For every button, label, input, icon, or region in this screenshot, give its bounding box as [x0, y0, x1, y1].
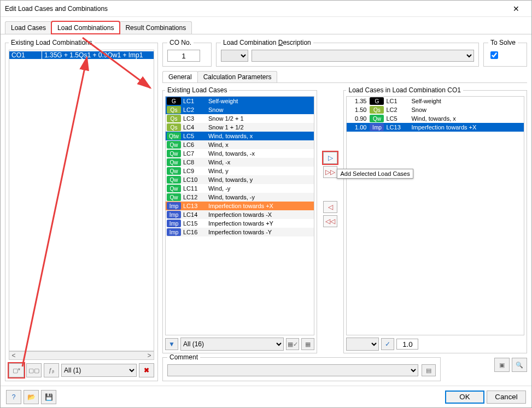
table-row[interactable]: QwLC7Wind, towards, -x — [166, 149, 314, 158]
scroll-right-icon[interactable]: > — [145, 352, 154, 359]
lc-desc: Imperfection towards +X — [206, 203, 314, 209]
tab-result-combinations[interactable]: Result Combinations — [119, 21, 192, 34]
lc-tag: Qw — [167, 185, 181, 192]
table-row[interactable]: QwLC6Wind, x — [166, 140, 314, 149]
table-row[interactable]: QwLC12Wind, towards, -y — [166, 193, 314, 202]
h-scrollbar[interactable]: < > — [9, 351, 154, 360]
table-row[interactable]: QsLC2Snow — [166, 105, 314, 114]
table-row[interactable]: ImpLC15Imperfection towards +Y — [166, 219, 314, 228]
table-row[interactable]: QtwLC5Wind, towards, x — [166, 132, 314, 140]
in-combo-label: Load Cases in Load Combination CO1 — [346, 86, 463, 94]
formula-button[interactable]: ƒᵦ — [44, 363, 59, 377]
list-item[interactable]: CO1 1.35G + 1.5Qs1 + 0.9Qw1 + Imp1 — [9, 50, 154, 60]
help-button[interactable]: ? — [6, 390, 21, 404]
table-row[interactable]: QwLC9Wind, y — [166, 167, 314, 175]
add-selected-button[interactable]: ▷ — [323, 152, 337, 164]
check-all-btn[interactable]: ▦✓ — [286, 338, 299, 350]
lc-tag: Qw — [167, 141, 181, 149]
gear-box-icon: ▣ — [499, 362, 505, 369]
tab-load-combinations[interactable]: Load Combinations — [51, 21, 120, 34]
lc-id: LC13 — [385, 124, 409, 131]
table-row[interactable]: ImpLC16Imperfection towards -Y — [166, 228, 314, 236]
comment-library-btn[interactable]: ▤ — [422, 364, 436, 376]
lc-desc: Wind, x — [206, 141, 314, 148]
in-combo-list[interactable]: 1.35GLC1Self-weight1.50QsLC2Snow0.90QwLC… — [346, 96, 524, 335]
lc-filter-select[interactable]: All (16) — [180, 338, 284, 351]
lc-desc: Snow — [206, 107, 314, 113]
lc-desc: Snow — [409, 107, 524, 113]
table-row[interactable]: 1.00ImpLC13Imperfection towards +X — [347, 123, 524, 132]
save-button[interactable]: 💾 — [41, 390, 56, 404]
apply-factor-btn[interactable]: ✓ — [381, 338, 394, 350]
lc-id: LC7 — [182, 150, 206, 157]
filter-btn[interactable]: ▼ — [165, 338, 178, 350]
lc-id: LC11 — [182, 185, 206, 192]
new-combo-button[interactable]: ▢* — [9, 363, 24, 377]
combo-filter-select[interactable]: All (1) — [61, 364, 137, 377]
delete-icon: ✖ — [144, 366, 149, 374]
table-row[interactable]: 1.50QsLC2Snow — [347, 105, 524, 114]
factor-input[interactable] — [396, 339, 418, 350]
table-row[interactable]: ImpLC14Imperfection towards -X — [166, 210, 314, 219]
lc-tag: Qs — [370, 106, 384, 114]
lc-id: LC3 — [182, 115, 206, 122]
settings-btn[interactable]: ▣ — [494, 358, 510, 372]
table-row[interactable]: QwLC11Wind, -y — [166, 184, 314, 193]
tab-general[interactable]: General — [162, 71, 198, 82]
lc-desc: Self-weight — [206, 98, 314, 104]
remove-all-button[interactable]: ◁◁ — [323, 215, 337, 227]
add-all-button[interactable]: ▷▷ — [323, 166, 337, 178]
table-row[interactable]: 1.35GLC1Self-weight — [347, 97, 524, 105]
in-combo-option-select[interactable] — [346, 338, 379, 351]
table-row[interactable]: GLC1Self-weight — [166, 97, 314, 105]
lc-id: LC15 — [182, 220, 206, 227]
lc-desc: Wind, -x — [206, 159, 314, 165]
copy-combo-button[interactable]: ▢▢ — [26, 363, 42, 377]
to-solve-checkbox[interactable] — [490, 51, 498, 59]
combo-desc: 1.35G + 1.5Qs1 + 0.9Qw1 + Imp1 — [42, 51, 154, 59]
close-icon[interactable]: ✕ — [505, 4, 527, 13]
delete-combo-button[interactable]: ✖ — [139, 363, 154, 377]
uncheck-all-btn[interactable]: ▦ — [301, 338, 314, 350]
ok-button[interactable]: OK — [445, 391, 484, 404]
details-btn[interactable]: 🔍 — [512, 358, 527, 372]
table-row[interactable]: 0.90QwLC5Wind, towards, x — [347, 114, 524, 123]
table-row[interactable]: ImpLC13Imperfection towards +X — [166, 202, 314, 210]
table-row[interactable]: QwLC10Wind, towards, y — [166, 175, 314, 184]
co-no-input[interactable] — [167, 50, 200, 62]
comment-input[interactable] — [167, 364, 418, 376]
desc-input[interactable] — [252, 50, 474, 62]
table-row[interactable]: QsLC4Snow 1 + 1/2 — [166, 123, 314, 132]
table-row[interactable]: QsLC3Snow 1/2 + 1 — [166, 114, 314, 123]
library-icon: ▤ — [426, 367, 431, 374]
window-title: Edit Load Cases and Combinations — [5, 5, 505, 13]
lc-tag: Qw — [167, 158, 181, 166]
help-icon: ? — [12, 393, 16, 401]
existing-combos-list[interactable]: CO1 1.35G + 1.5Qs1 + 0.9Qw1 + Imp1 — [9, 50, 154, 351]
scroll-left-icon[interactable]: < — [9, 352, 18, 359]
lc-id: LC9 — [182, 168, 206, 174]
open-button[interactable]: 📂 — [24, 390, 39, 404]
lc-id: LC10 — [182, 176, 206, 183]
remove-selected-button[interactable]: ◁ — [323, 201, 337, 213]
arrow-left-icon: ◁ — [328, 203, 333, 211]
existing-lc-list[interactable]: GLC1Self-weightQsLC2SnowQsLC3Snow 1/2 + … — [165, 96, 314, 335]
table-row[interactable]: QwLC8Wind, -x — [166, 158, 314, 167]
cancel-button[interactable]: Cancel — [487, 391, 526, 404]
lc-desc: Wind, towards, x — [409, 115, 524, 122]
lc-tag: Qs — [167, 106, 181, 114]
check-grid-icon: ▦✓ — [288, 341, 298, 348]
lc-desc: Wind, towards, x — [206, 133, 314, 139]
tab-load-cases[interactable]: Load Cases — [5, 21, 52, 34]
lc-desc: Imperfection towards +X — [409, 124, 524, 131]
lc-tag: Qw — [167, 176, 181, 184]
copy-icon: ▢▢ — [28, 367, 39, 374]
lc-tag: Imp — [167, 211, 181, 218]
lc-tag: Qw — [167, 167, 181, 175]
tooltip-add-selected: Add Selected Load Cases — [337, 169, 413, 179]
tab-calc-params[interactable]: Calculation Parameters — [197, 71, 278, 82]
factor-cell: 1.50 — [347, 107, 369, 113]
factor-cell: 1.35 — [347, 98, 369, 104]
lc-desc: Wind, towards, y — [206, 176, 314, 183]
desc-category-select[interactable] — [221, 50, 248, 62]
